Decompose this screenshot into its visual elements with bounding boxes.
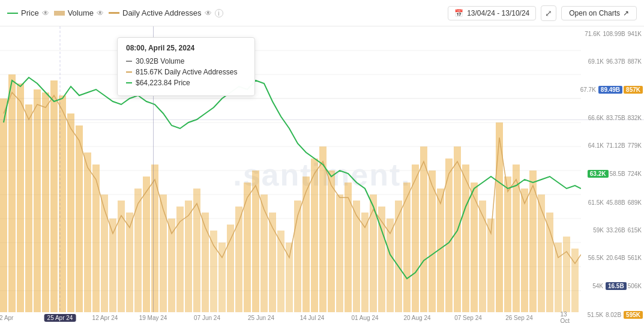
svg-rect-58 [395,201,402,312]
bottom-axis: 12 Apr 25 Apr 24 12 Apr 24 19 May 24 07 … [0,312,581,323]
svg-rect-17 [50,80,58,312]
price-line-indicator [7,13,18,14]
svg-rect-78 [563,237,570,312]
bottom-label-may19: 19 May 24 [139,315,167,321]
tooltip-volume-row: 30.92B Volume [126,57,246,65]
axis-price-0: 941K [628,31,643,37]
svg-rect-66 [462,165,469,312]
tooltip-volume-dot [126,61,132,62]
svg-rect-60 [412,165,419,312]
calendar-icon: 📅 [454,9,463,17]
svg-rect-14 [25,104,32,312]
price-visibility-icon[interactable]: 👁 [42,9,49,17]
price-label: Price [21,8,39,17]
svg-rect-48 [311,158,318,312]
svg-rect-13 [17,83,24,312]
svg-rect-76 [546,213,553,312]
bottom-label-may12: 12 Apr 24 [92,315,118,321]
axis-badge-price-low: 595K [624,311,643,319]
svg-rect-32 [176,207,184,312]
expand-icon: ⤢ [545,8,552,18]
volume-visibility-icon[interactable]: 👁 [97,9,104,17]
date-range-button[interactable]: 📅 13/04/24 - 13/10/24 [448,6,536,20]
axis-badge-price: 857K [624,86,643,94]
svg-rect-75 [538,195,545,312]
bottom-label-aug20: 20 Aug 24 [403,315,430,321]
svg-rect-22 [92,165,100,312]
chart-area: .santiment. [0,26,644,323]
daa-info-icon[interactable]: i [215,9,223,17]
right-axis: 71.6K 108.99B 941K 69.1K 96.37B 887K 67.… [581,26,644,323]
bottom-label-sep07: 07 Sep 24 [454,315,482,321]
axis-badge-daa: 63.2K [588,170,609,178]
svg-rect-29 [151,165,158,312]
tooltip-volume-value: 30.92B Volume [136,57,184,65]
svg-rect-50 [328,171,335,312]
tooltip-daa-row: 815.67K Daily Active Addresses [126,68,246,76]
svg-rect-19 [67,113,74,312]
tooltip-date: 08:00, April 25, 2024 [126,44,246,52]
svg-rect-79 [571,249,579,312]
svg-rect-53 [353,201,360,312]
bottom-label-apr12: 12 Apr [0,315,13,321]
chart-svg [0,26,581,312]
tooltip-price-row: $64,223.84 Price [126,79,246,87]
svg-rect-11 [0,98,7,312]
svg-rect-25 [118,201,125,312]
tooltip-price-value: $64,223.84 Price [136,79,190,87]
axis-badge-vol: 89.49B [598,86,622,94]
svg-rect-51 [336,195,343,312]
svg-rect-61 [420,146,427,312]
open-charts-button[interactable]: Open on Charts ↗ [561,6,637,20]
chart-toolbar: Price 👁 Volume 👁 Daily Active Addresses … [0,0,644,26]
volume-legend[interactable]: Volume 👁 [54,8,104,17]
svg-rect-77 [555,243,562,312]
svg-rect-40 [244,183,251,312]
svg-rect-68 [479,201,486,312]
daa-label: Daily Active Addresses [122,8,202,17]
bottom-label-jul14: 14 Jul 24 [300,315,325,321]
svg-rect-12 [8,74,16,312]
svg-rect-15 [34,89,41,312]
svg-rect-20 [76,125,83,312]
bottom-label-sep26: 26 Sep 24 [505,315,533,321]
bottom-label-apr25: 25 Apr 24 [44,314,76,322]
svg-rect-30 [160,195,167,312]
expand-button[interactable]: ⤢ [541,5,556,21]
chart-tooltip: 08:00, April 25, 2024 30.92B Volume 815.… [117,37,255,96]
axis-badge-vol-low: 16.5B [606,282,627,290]
axis-row-0: 71.6K 108.99B 941K [581,29,644,37]
volume-bar-indicator [54,11,65,16]
svg-rect-47 [302,177,310,312]
tooltip-daa-dot [126,71,132,73]
svg-rect-16 [42,92,49,312]
svg-rect-23 [101,195,108,312]
svg-rect-49 [319,146,327,312]
svg-rect-21 [84,152,91,312]
daa-legend[interactable]: Daily Active Addresses 👁 i [109,8,223,17]
svg-rect-73 [521,189,528,312]
daa-visibility-icon[interactable]: 👁 [205,9,212,17]
volume-label: Volume [68,8,94,17]
bottom-label-jun25: 25 Jun 24 [248,315,274,321]
axis-vol-0: 108.99B [603,31,626,37]
svg-rect-71 [504,177,511,312]
price-legend[interactable]: Price 👁 [7,8,49,17]
date-range-text: 13/04/24 - 13/10/24 [467,9,529,17]
crosshair-horizontal [0,119,644,120]
bottom-label-jun07: 07 Jun 24 [194,315,220,321]
svg-rect-28 [143,177,150,312]
open-charts-label: Open on Charts [569,9,620,17]
svg-rect-27 [134,189,142,312]
bottom-label-oct13: 13 Oct [561,311,574,323]
tooltip-daa-value: 815.67K Daily Active Addresses [136,68,237,76]
axis-daa-0: 71.6K [585,31,601,37]
bottom-label-aug01: 01 Aug 24 [351,315,378,321]
svg-rect-42 [260,195,268,312]
svg-rect-38 [227,225,234,312]
svg-rect-36 [210,231,217,312]
external-link-icon: ↗ [623,9,629,17]
tooltip-price-dot [126,82,132,83]
daa-line-indicator [109,12,119,14]
